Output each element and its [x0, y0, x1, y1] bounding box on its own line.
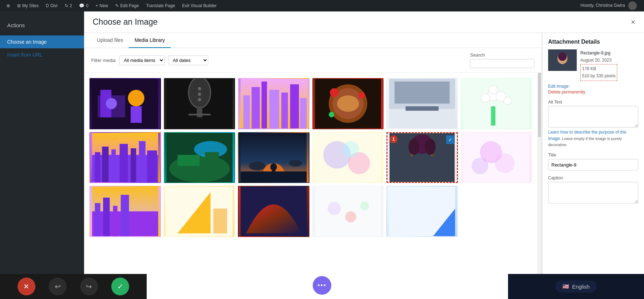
svg-point-94 — [558, 52, 567, 61]
media-grid-container: 1 ✓ — [84, 73, 537, 299]
media-check: ✓ — [446, 135, 455, 144]
bottom-toolbar: ✕ ↩ ↪ ✓ — [0, 274, 147, 299]
search-label: Search — [470, 52, 535, 58]
media-item[interactable] — [312, 186, 384, 237]
media-item[interactable] — [89, 132, 161, 183]
revisions-icon: ↻ — [65, 3, 68, 8]
tab-upload-files[interactable]: Upload files — [91, 33, 129, 48]
check-icon: ✓ — [117, 282, 123, 291]
media-item[interactable] — [89, 186, 161, 237]
svg-point-27 — [328, 112, 334, 117]
svg-rect-34 — [491, 106, 495, 126]
svg-rect-78 — [95, 203, 100, 236]
svg-rect-45 — [119, 144, 128, 182]
svg-rect-46 — [131, 148, 136, 182]
media-type-select[interactable]: All media items Images Audio Video — [119, 56, 165, 65]
media-item[interactable] — [461, 132, 532, 183]
media-item[interactable] — [312, 78, 384, 129]
svg-point-25 — [330, 88, 338, 97]
media-item[interactable] — [238, 132, 309, 183]
tab-media-library[interactable]: Media Library — [129, 33, 171, 48]
svg-point-11 — [198, 92, 201, 96]
svg-point-10 — [198, 87, 201, 90]
svg-rect-84 — [213, 209, 227, 233]
attachment-dimensions: 510 by 335 pixels — [582, 72, 615, 79]
left-sidebar: Actions Choose an Image Insert from URL — [0, 11, 84, 299]
svg-point-24 — [337, 95, 359, 112]
options-icon: ••• — [318, 282, 327, 289]
svg-rect-47 — [139, 141, 145, 182]
comments-icon: 💬 — [79, 3, 84, 8]
media-item[interactable] — [312, 132, 384, 183]
edit-icon: ✎ — [115, 3, 119, 8]
media-item[interactable] — [164, 132, 235, 183]
admin-bar-mysites[interactable]: ⊞ My Sites — [14, 0, 42, 11]
media-item[interactable] — [164, 186, 235, 237]
modal-header: Choose an Image × — [84, 11, 644, 33]
admin-bar-revisions[interactable]: ↻ 2 — [62, 0, 75, 11]
svg-rect-16 — [262, 82, 267, 129]
media-item[interactable] — [164, 78, 235, 129]
avatar — [628, 1, 637, 10]
admin-bar-edit-page[interactable]: ✎ Edit Page — [112, 0, 142, 11]
title-input[interactable] — [548, 159, 638, 170]
media-item[interactable] — [238, 186, 309, 237]
svg-point-5 — [106, 98, 117, 109]
delete-image-link[interactable]: Delete permanently — [548, 90, 638, 95]
admin-bar-new[interactable]: + New — [93, 0, 111, 11]
language-bar: 🇺🇸 English — [508, 274, 644, 299]
admin-bar-wp[interactable]: ⊕ — [4, 0, 13, 11]
undo-button[interactable]: ↩ — [49, 278, 67, 295]
edit-image-link[interactable]: Edit Image — [548, 84, 638, 89]
scroll-track[interactable] — [537, 73, 542, 299]
alt-text-input[interactable] — [548, 106, 638, 127]
admin-bar: ⊕ ⊞ My Sites D Divi ↻ 2 💬 0 + New ✎ Edit… — [0, 0, 644, 11]
media-item[interactable] — [238, 78, 309, 129]
svg-rect-48 — [147, 150, 157, 182]
close-button[interactable]: ✕ — [18, 278, 35, 295]
title-label: Title — [548, 153, 638, 158]
admin-bar-divi[interactable]: D Divi — [43, 0, 60, 11]
sidebar-item-choose-image[interactable]: Choose an Image — [0, 35, 84, 48]
wp-icon: ⊕ — [6, 3, 10, 8]
svg-point-71 — [425, 139, 435, 155]
attachment-details-panel: Attachment Details Rectangle-9.jpg — [542, 33, 644, 209]
mysites-icon: ⊞ — [17, 3, 21, 8]
svg-rect-18 — [281, 92, 288, 128]
media-badge: 1 — [390, 135, 397, 143]
media-item-selected[interactable]: 1 ✓ — [386, 132, 458, 183]
svg-point-74 — [495, 153, 514, 173]
media-item[interactable] — [386, 78, 458, 129]
admin-bar-translate[interactable]: Translate Page — [143, 0, 178, 11]
media-item[interactable] — [89, 78, 161, 129]
attachment-filename: Rectangle-9.jpg — [580, 49, 617, 57]
alt-text-row: Alt Text Learn how to describe the purpo… — [548, 100, 638, 148]
search-input[interactable] — [470, 59, 535, 68]
title-row: Title — [548, 153, 638, 170]
redo-button[interactable]: ↪ — [80, 278, 98, 295]
media-grid: 1 ✓ — [89, 78, 532, 237]
svg-point-70 — [409, 139, 419, 155]
modal-close-button[interactable]: × — [631, 18, 635, 26]
svg-rect-42 — [95, 152, 100, 182]
admin-bar-exit-builder[interactable]: Exit Visual Builder — [179, 0, 220, 11]
filter-bar: Filter media All media items Images Audi… — [84, 48, 542, 73]
actions-label: Actions — [0, 19, 84, 32]
sidebar-item-insert-url[interactable]: Insert from URL — [0, 48, 84, 61]
svg-rect-30 — [395, 82, 450, 104]
new-icon: + — [96, 3, 98, 8]
media-item[interactable] — [386, 186, 458, 237]
attachment-size-box: 178 KB 510 by 335 pixels — [580, 64, 617, 81]
language-selector[interactable]: 🇺🇸 English — [555, 280, 597, 293]
svg-rect-32 — [406, 106, 439, 111]
caption-input[interactable] — [548, 182, 638, 203]
admin-bar-comments[interactable]: 💬 0 — [76, 0, 91, 11]
svg-point-39 — [503, 97, 511, 105]
date-select[interactable]: All dates August 2023 — [168, 56, 208, 65]
redo-icon: ↪ — [86, 282, 92, 291]
attachment-thumbnail — [548, 49, 577, 71]
svg-point-36 — [481, 94, 490, 103]
center-options-button[interactable]: ••• — [313, 276, 331, 295]
check-button[interactable]: ✓ — [111, 278, 129, 295]
media-item[interactable] — [461, 78, 532, 129]
